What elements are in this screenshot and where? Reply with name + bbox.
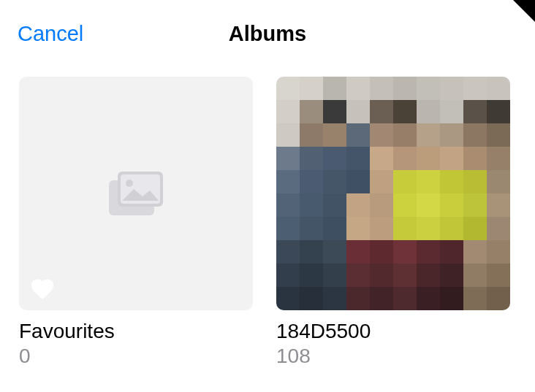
- page-title: Albums: [229, 22, 306, 46]
- svg-point-3: [126, 180, 133, 187]
- album-count-label: 108: [276, 344, 510, 369]
- album-count-label: 0: [19, 344, 253, 369]
- albums-grid: Favourites 0: [0, 61, 535, 368]
- heart-icon: [29, 276, 56, 300]
- header-bar: Cancel Albums: [0, 0, 535, 61]
- album-name-label: 184D5500: [276, 319, 510, 344]
- photos-placeholder-icon: [107, 170, 164, 218]
- album-184d5500[interactable]: 184D5500 108: [276, 77, 510, 368]
- cancel-button[interactable]: Cancel: [18, 22, 83, 46]
- album-thumbnail-photo: [276, 77, 510, 310]
- album-name-label: Favourites: [19, 319, 253, 344]
- album-favourites[interactable]: Favourites 0: [19, 77, 253, 368]
- pixelated-photo: [276, 77, 510, 310]
- album-thumbnail-empty: [19, 77, 253, 310]
